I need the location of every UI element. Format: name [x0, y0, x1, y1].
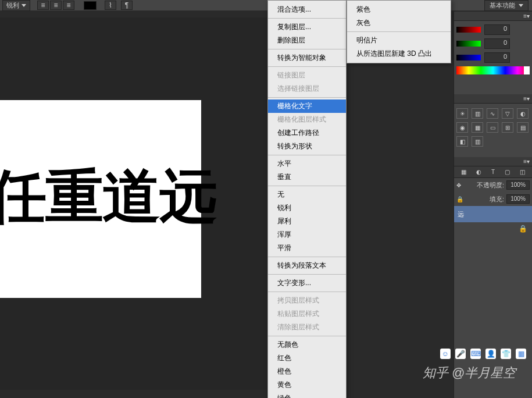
menu-item[interactable]: 明信片 [347, 34, 451, 47]
green-slider[interactable] [456, 41, 481, 47]
workspace-select[interactable]: 基本功能 [484, 0, 529, 11]
menu-item[interactable]: 紫色 [347, 3, 451, 16]
adj-hue-icon[interactable]: ◉ [456, 122, 468, 133]
opacity-value[interactable]: 100% [506, 180, 530, 190]
canvas[interactable]: 任重道远 [0, 100, 201, 298]
menu-separator [347, 31, 451, 32]
warp-text-icon[interactable]: ⌇ [105, 1, 116, 10]
layer-name-text: 远 [458, 210, 464, 219]
layers-panel-tab[interactable]: ≡▾ [454, 157, 532, 166]
layer-item-text[interactable]: 远 [454, 206, 532, 222]
blue-slider[interactable] [456, 55, 481, 61]
color-spectrum[interactable] [456, 66, 530, 74]
adj-color-lookup-icon[interactable]: ▤ [517, 122, 529, 133]
menu-item[interactable]: 犀利 [268, 215, 346, 228]
layers-filter-row: ▦ ◐ T ▢ ◫ [454, 166, 532, 178]
filter-smart-icon[interactable]: ◫ [520, 169, 525, 175]
align-center-icon[interactable]: ≡ [50, 1, 62, 10]
menu-separator [268, 292, 346, 292]
menu-item: 拷贝图层样式 [268, 294, 346, 307]
layer-context-menu: 混合选项...复制图层...删除图层转换为智能对象链接图层选择链接图层栅格化文字… [267, 0, 347, 398]
red-slider[interactable] [456, 27, 481, 33]
menu-item[interactable]: 橙色 [268, 365, 346, 378]
menu-item[interactable]: 转换为形状 [268, 140, 346, 153]
menu-item[interactable]: 转换为段落文本 [268, 259, 346, 272]
menu-item[interactable]: 文字变形... [268, 276, 346, 290]
canvas-area: 任重道远 [0, 17, 267, 390]
menu-item[interactable]: 红色 [268, 351, 346, 365]
menu-item[interactable]: 无 [268, 188, 346, 201]
fill-label: 填充: [490, 195, 504, 204]
lock-icon: 🔒 [519, 225, 527, 233]
menu-item[interactable]: 无颜色 [268, 338, 346, 351]
aa-sharpness-select[interactable]: 锐利 [2, 0, 30, 11]
wm-shirt-icon: 👕 [501, 349, 511, 359]
color-panel: 0 0 0 [454, 21, 532, 78]
wm-mic-icon: 🎤 [455, 349, 466, 359]
menu-item[interactable]: 浑厚 [268, 228, 346, 241]
character-panel-icon[interactable]: ¶ [121, 1, 133, 10]
blue-input[interactable]: 0 [484, 52, 510, 63]
color-panel-tab[interactable]: ≡▾ [454, 12, 532, 21]
adj-brightness-icon[interactable]: ☀ [456, 108, 468, 119]
adjustments-panel-tab[interactable]: ≡▾ [454, 94, 532, 104]
menu-item[interactable]: 转换为智能对象 [268, 51, 346, 65]
layer-item-background[interactable]: 🔒 [454, 222, 532, 235]
menu-item: 链接图层 [268, 69, 346, 82]
menu-item: 清除图层样式 [268, 321, 346, 334]
align-left-icon[interactable]: ≡ [37, 1, 49, 10]
menu-item: 粘贴图层样式 [268, 307, 346, 321]
adj-exposure-icon[interactable]: ▽ [502, 108, 513, 119]
menu-item[interactable]: 垂直 [268, 170, 346, 184]
adjustments-panel: ☀ ▥ ∿ ▽ ◐ ◉ ▦ ▭ ⊞ ▤ ◧ ▥ [454, 104, 532, 151]
green-input[interactable]: 0 [484, 38, 510, 49]
filter-type-icon[interactable]: T [491, 169, 495, 175]
align-right-icon[interactable]: ≡ [63, 1, 74, 10]
context-submenu: 紫色灰色明信片从所选图层新建 3D 凸出 [347, 0, 451, 63]
menu-item[interactable]: 混合选项... [268, 3, 346, 16]
adj-bw-icon[interactable]: ▦ [472, 122, 483, 133]
adj-invert-icon[interactable]: ◧ [456, 136, 468, 147]
lock-all-icon[interactable]: 🔒 [456, 196, 463, 202]
menu-item[interactable]: 灰色 [347, 16, 451, 30]
layers-panel: ≡▾ ▦ ◐ T ▢ ◫ ✥ 不透明度: 100% 🔒 填充: 100% 远 🔒 [454, 157, 532, 235]
adj-posterize-icon[interactable]: ▥ [472, 136, 483, 147]
menu-separator [268, 155, 346, 155]
menu-item[interactable]: 复制图层... [268, 20, 346, 34]
filter-adjustment-icon[interactable]: ◐ [476, 169, 481, 175]
menu-item[interactable]: 从所选图层新建 3D 凸出 [347, 47, 451, 61]
fill-value[interactable]: 100% [506, 194, 530, 204]
adj-levels-icon[interactable]: ▥ [472, 108, 483, 119]
menu-separator [268, 66, 346, 67]
menu-item[interactable]: 黄色 [268, 378, 346, 392]
red-input[interactable]: 0 [484, 24, 510, 35]
wm-user-icon: 👤 [485, 349, 496, 359]
options-bar: 锐利 ≡ ≡ ≡ ⌇ ¶ 基本功能 [0, 0, 532, 10]
menu-item[interactable]: 删除图层 [268, 34, 346, 47]
filter-shape-icon[interactable]: ▢ [505, 169, 510, 175]
menu-item[interactable]: 锐利 [268, 201, 346, 215]
menu-item[interactable]: 创建工作路径 [268, 126, 346, 140]
opacity-label: 不透明度: [477, 181, 504, 190]
menu-item[interactable]: 平滑 [268, 241, 346, 255]
adj-vibrance-icon[interactable]: ◐ [517, 108, 529, 119]
menu-separator [268, 49, 346, 49]
menu-separator [268, 274, 346, 275]
adj-photo-filter-icon[interactable]: ▭ [487, 122, 498, 133]
wm-grid-icon: ▦ [516, 349, 526, 359]
menu-item[interactable]: 水平 [268, 157, 346, 170]
lock-position-icon[interactable]: ✥ [456, 182, 461, 189]
filter-pixel-icon[interactable]: ▦ [461, 169, 466, 175]
menu-item[interactable]: 绿色 [268, 392, 346, 398]
menu-item[interactable]: 栅格化文字 [268, 100, 346, 113]
menu-separator [268, 186, 346, 186]
wm-face-icon: ☺ [440, 349, 451, 359]
text-layer-content[interactable]: 任重道远 [0, 158, 216, 237]
menu-separator [268, 97, 346, 98]
text-color-swatch[interactable] [84, 1, 97, 10]
watermark-text: 知乎 @半月星空 [423, 364, 516, 382]
watermark-icons: ☺ 🎤 ⌨ 👤 👕 ▦ [440, 349, 526, 359]
adj-curves-icon[interactable]: ∿ [487, 108, 498, 119]
adj-channel-mixer-icon[interactable]: ⊞ [502, 122, 513, 133]
menu-separator [268, 257, 346, 257]
